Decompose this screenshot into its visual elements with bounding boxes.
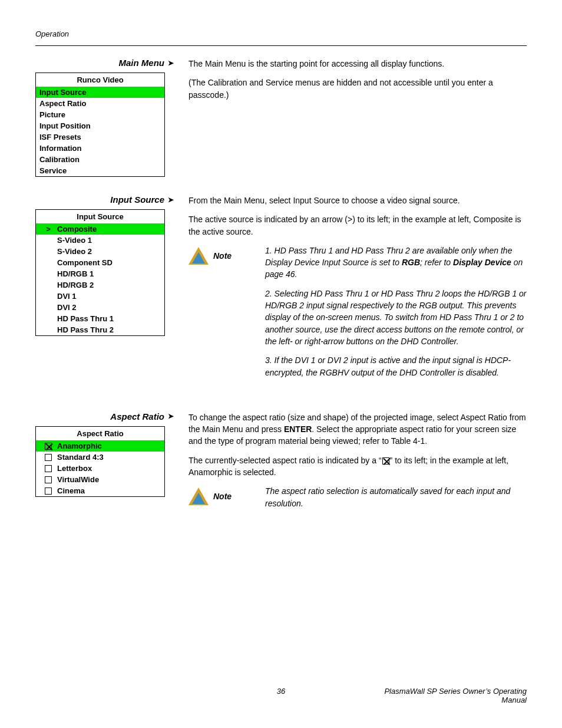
main-menu-item-isf-presets[interactable]: ISF Presets xyxy=(36,131,164,143)
note-label: Note xyxy=(213,490,232,502)
page-number: 36 xyxy=(199,687,363,704)
main-menu-item-service[interactable]: Service xyxy=(36,165,164,176)
checkbox-checked-inline-icon xyxy=(382,457,389,465)
note-display-device-bold: Display Device xyxy=(453,258,511,267)
active-marker: > xyxy=(39,225,57,233)
menu-item-label: Component SD xyxy=(57,258,161,267)
input-source-item-composite[interactable]: > Composite xyxy=(36,223,164,235)
menu-item-label: Composite xyxy=(57,225,161,233)
menu-item-label: Service xyxy=(39,166,161,175)
menu-item-label: Standard 4:3 xyxy=(57,453,161,462)
input-source-para2: The active source is indicated by an arr… xyxy=(189,213,527,238)
menu-item-label: Input Source xyxy=(39,88,161,97)
input-source-item-hdrgb1[interactable]: HD/RGB 1 xyxy=(36,268,164,279)
page-header-section: Operation xyxy=(35,29,527,38)
menu-item-label: Aspect Ratio xyxy=(39,99,161,108)
input-source-note-block: Note HD Pass Thru 1 and HD Pass Thru 2 a… xyxy=(189,245,527,386)
aspect-ratio-note-block: Note The aspect ratio selection is autom… xyxy=(189,485,527,509)
menu-item-label: ISF Presets xyxy=(39,133,161,141)
aspect-ratio-item-cinema[interactable]: Cinema xyxy=(36,485,164,496)
menu-item-label: Picture xyxy=(39,110,161,119)
main-menu-para2: (The Calibration and Service menus are h… xyxy=(189,77,527,101)
enter-bold: ENTER xyxy=(284,424,312,434)
input-source-title: Input Source xyxy=(36,210,164,223)
menu-item-label: Letterbox xyxy=(57,464,161,473)
menu-item-label: Cinema xyxy=(57,486,161,495)
aspect-ratio-item-virtualwide[interactable]: VirtualWide xyxy=(36,474,164,485)
main-menu-para1: The Main Menu is the starting point for … xyxy=(189,58,527,70)
input-source-para1: From the Main Menu, select Input Source … xyxy=(189,195,527,206)
aspect-ratio-item-letterbox[interactable]: Letterbox xyxy=(36,463,164,474)
input-source-heading-text: Input Source xyxy=(110,195,164,205)
main-menu-item-input-position[interactable]: Input Position xyxy=(36,120,164,131)
input-source-item-hdpass1[interactable]: HD Pass Thru 1 xyxy=(36,313,164,324)
checkbox-icon xyxy=(45,476,52,483)
checkbox-icon xyxy=(45,487,52,495)
input-source-item-hdpass2[interactable]: HD Pass Thru 2 xyxy=(36,324,164,335)
menu-item-label: S-Video 2 xyxy=(57,247,161,256)
input-source-item-dvi2[interactable]: DVI 2 xyxy=(36,302,164,313)
menu-item-label: HD/RGB 1 xyxy=(57,269,161,278)
input-source-item-svideo1[interactable]: S-Video 1 xyxy=(36,235,164,246)
input-source-note2: Selecting HD Pass Thru 1 or HD Pass Thru… xyxy=(265,288,527,347)
main-menu-item-calibration[interactable]: Calibration xyxy=(36,154,164,165)
menu-item-label: Information xyxy=(39,144,161,153)
checkbox-icon xyxy=(45,465,52,472)
input-source-heading: Input Source ➤ xyxy=(35,195,183,205)
menu-item-label: Input Position xyxy=(39,121,161,130)
aspect-ratio-note-text: The aspect ratio selection is automatica… xyxy=(265,485,527,509)
menu-item-label: DVI 1 xyxy=(57,292,161,301)
note-text: ; refer to xyxy=(420,258,453,267)
aspect-ratio-section: Aspect Ratio ➤ Aspect Ratio Anamorphic S… xyxy=(35,411,527,518)
input-source-note1: HD Pass Thru 1 and HD Pass Thru 2 are av… xyxy=(265,245,527,281)
main-menu-title: Runco Video xyxy=(36,73,164,87)
input-source-box: Input Source > Composite S-Video 1 S-Vid… xyxy=(35,209,165,336)
checkbox-icon xyxy=(45,454,52,461)
warning-triangle-icon xyxy=(189,487,209,505)
aspect-ratio-item-standard[interactable]: Standard 4:3 xyxy=(36,452,164,463)
note-label: Note xyxy=(213,250,232,262)
menu-item-label: S-Video 1 xyxy=(57,236,161,245)
input-source-item-component-sd[interactable]: Component SD xyxy=(36,257,164,268)
menu-item-label: HD/RGB 2 xyxy=(57,281,161,289)
main-menu-section: Main Menu ➤ Runco Video Input Source Asp… xyxy=(35,58,527,177)
note-rgb-bold: RGB xyxy=(402,258,420,267)
aspect-ratio-heading: Aspect Ratio ➤ xyxy=(35,411,183,421)
aspect-ratio-heading-text: Aspect Ratio xyxy=(110,411,164,421)
manual-title: PlasmaWall SP Series Owner’s Operating M… xyxy=(363,687,527,704)
aspect-ratio-para2: The currently-selected aspect ratio is i… xyxy=(189,454,527,479)
menu-item-label: HD Pass Thru 2 xyxy=(57,325,161,334)
input-source-note3: If the DVI 1 or DVI 2 input is active an… xyxy=(265,354,527,378)
menu-item-label: HD Pass Thru 1 xyxy=(57,314,161,323)
para-text: The currently-selected aspect ratio is i… xyxy=(189,456,382,465)
page-footer: 36 PlasmaWall SP Series Owner’s Operatin… xyxy=(35,687,527,704)
checkbox-checked-icon xyxy=(45,443,52,450)
arrow-icon: ➤ xyxy=(168,196,174,204)
warning-triangle-icon xyxy=(189,247,209,265)
arrow-icon: ➤ xyxy=(168,59,174,67)
input-source-item-svideo2[interactable]: S-Video 2 xyxy=(36,246,164,257)
aspect-ratio-item-anamorphic[interactable]: Anamorphic xyxy=(36,440,164,452)
main-menu-heading-text: Main Menu xyxy=(119,58,165,68)
aspect-ratio-para1: To change the aspect ratio (size and sha… xyxy=(189,411,527,447)
aspect-ratio-title: Aspect Ratio xyxy=(36,427,164,440)
arrow-icon: ➤ xyxy=(168,412,174,420)
main-menu-item-aspect-ratio[interactable]: Aspect Ratio xyxy=(36,98,164,109)
main-menu-heading: Main Menu ➤ xyxy=(35,58,183,68)
menu-item-label: VirtualWide xyxy=(57,475,161,484)
menu-item-label: DVI 2 xyxy=(57,303,161,312)
menu-item-label: Anamorphic xyxy=(57,442,161,450)
main-menu-item-picture[interactable]: Picture xyxy=(36,109,164,120)
aspect-ratio-box: Aspect Ratio Anamorphic Standard 4:3 Let… xyxy=(35,426,165,497)
main-menu-item-information[interactable]: Information xyxy=(36,143,164,154)
input-source-section: Input Source ➤ Input Source > Composite … xyxy=(35,195,527,394)
main-menu-box: Runco Video Input Source Aspect Ratio Pi… xyxy=(35,73,165,177)
main-menu-item-input-source[interactable]: Input Source xyxy=(36,87,164,98)
header-rule xyxy=(35,45,527,46)
input-source-item-dvi1[interactable]: DVI 1 xyxy=(36,291,164,302)
menu-item-label: Calibration xyxy=(39,155,161,164)
input-source-item-hdrgb2[interactable]: HD/RGB 2 xyxy=(36,279,164,291)
